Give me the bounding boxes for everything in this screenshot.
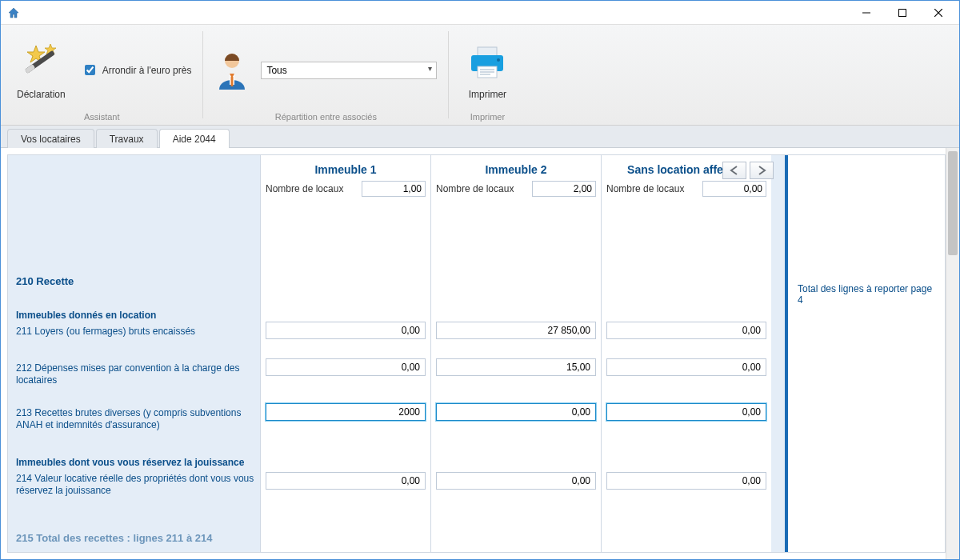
round-euro-checkbox[interactable]: Arrondir à l'euro près [82,62,192,78]
carry-over-panel: Total des lignes à reporter page 4 [785,155,945,552]
col-1-213-input[interactable] [266,403,426,421]
col-1-title: Immeuble 1 [261,155,430,181]
row-labels-column: 210 Recette Immeubles donnés en location… [8,155,260,552]
svg-rect-1 [898,9,906,16]
printer-icon [465,41,510,86]
col-1-214-input[interactable] [266,472,426,490]
scrollbar-thumb[interactable] [948,151,958,255]
col-2-212-input[interactable] [436,358,596,376]
row-213-label: 213 Recettes brutes diverses (y compris … [16,407,255,431]
svg-point-13 [497,58,500,62]
app-icon [7,6,20,19]
col-2-title: Immeuble 2 [431,155,601,181]
sub-jouissance-heading: Immeubles dont vous vous réservez la jou… [16,457,255,468]
repartition-group-label: Répartition entre associés [275,112,377,122]
round-euro-input[interactable] [85,65,95,75]
col-1-locaux-input[interactable] [362,181,426,197]
print-label: Imprimer [469,89,506,100]
col-2-213-input[interactable] [436,403,596,421]
worksheet: 210 Recette Immeubles donnés en location… [7,154,946,553]
col-3-212-input[interactable] [606,358,766,376]
col-2-locaux-input[interactable] [532,181,596,197]
tab-aide-2044[interactable]: Aide 2044 [159,129,230,148]
nav-next-button[interactable] [750,162,774,179]
app-window: Déclaration Arrondir à l'euro près Assis… [0,0,960,560]
vertical-scrollbar[interactable] [946,148,959,559]
col-3-211-input[interactable] [606,322,766,339]
tabstrip: Vos locataires Travaux Aide 2044 [1,126,959,148]
print-button[interactable]: Imprimer [460,39,514,102]
property-columns: Immeuble 1 Nombre de locaux [260,155,785,552]
col-1-locaux-label: Nombre de locaux [266,183,343,194]
tab-locataires[interactable]: Vos locataires [7,129,94,148]
close-button[interactable] [920,1,956,25]
col-1-211-input[interactable] [266,322,426,339]
column-nav [722,162,774,179]
section-210-heading: 210 Recette [16,275,255,287]
declaration-label: Déclaration [17,89,66,100]
assistant-group-label: Assistant [84,112,120,122]
ribbon: Déclaration Arrondir à l'euro près Assis… [1,25,959,126]
svg-rect-10 [231,77,234,86]
col-immeuble-1: Immeuble 1 Nombre de locaux [260,155,430,552]
ribbon-group-print: Imprimer Imprimer [449,25,526,125]
associate-select-wrap: Tous [261,62,437,79]
titlebar [1,1,959,25]
round-euro-label: Arrondir à l'euro près [102,65,192,76]
ribbon-group-repartition: Tous Répartition entre associés [203,25,448,125]
col-sans-location: Sans location affectée Nombre de locaux [601,155,771,552]
wand-stars-icon [18,41,63,86]
tab-travaux[interactable]: Travaux [96,129,158,148]
carry-over-text: Total des lignes à reporter page 4 [791,283,942,306]
row-215-label: 215 Total des recettes : lignes 211 à 21… [16,532,255,544]
col-2-211-input[interactable] [436,322,596,339]
maximize-button[interactable] [884,1,920,25]
person-icon [214,50,250,91]
col-3-locaux-label: Nombre de locaux [606,183,684,194]
print-group-label: Imprimer [470,112,505,122]
declaration-button[interactable]: Déclaration [12,39,70,102]
sub-location-heading: Immeubles donnés en location [16,310,255,321]
scroll-area: 210 Recette Immeubles donnés en location… [1,148,946,559]
associate-select[interactable]: Tous [261,62,437,79]
col-2-214-input[interactable] [436,472,596,490]
col-1-212-input[interactable] [266,358,426,376]
row-212-label: 212 Dépenses mises par convention à la c… [16,362,255,386]
minimize-button[interactable] [848,1,884,25]
col-3-locaux-input[interactable] [702,181,766,197]
ribbon-group-assistant: Déclaration Arrondir à l'euro près Assis… [1,25,202,125]
row-214-label: 214 Valeur locative réelle des propriété… [16,473,255,497]
col-3
-213-input[interactable] [606,403,766,421]
col-2-locaux-label: Nombre de locaux [436,183,514,194]
row-211-label: 211 Loyers (ou fermages) bruts encaissés [16,326,195,338]
col-immeuble-2: Immeuble 2 Nombre de locaux [430,155,601,552]
nav-prev-button[interactable] [722,162,746,179]
content-area: 210 Recette Immeubles donnés en location… [1,148,959,559]
col-3-214-input[interactable] [606,472,766,490]
